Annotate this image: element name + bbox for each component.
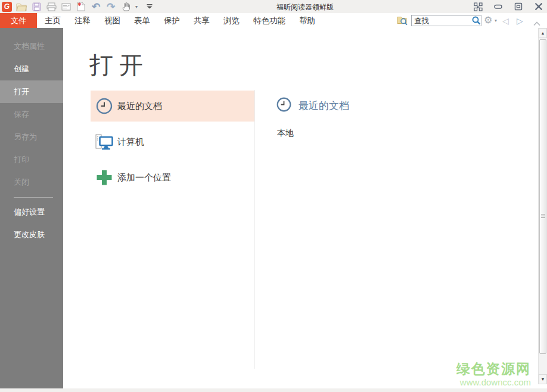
ribbon-tabbar: 文件 主页 注释 视图 表单 保护 共享 浏览 特色功能 帮助 ⚙ ▾ ◁ ▷ <box>0 13 547 29</box>
folder-search-icon[interactable] <box>397 15 408 28</box>
tab-form[interactable]: 表单 <box>134 13 150 28</box>
redo-icon[interactable]: ↷ <box>105 1 116 12</box>
option-label: 计算机 <box>117 136 144 148</box>
computer-icon <box>95 132 114 151</box>
sidebar-item-close: 关闭 <box>0 171 63 194</box>
search-input[interactable] <box>411 15 481 26</box>
gear-icon[interactable]: ⚙ <box>484 14 492 26</box>
svg-text:✱: ✱ <box>77 2 82 7</box>
fullscreen-icon[interactable] <box>473 2 483 11</box>
watermark-site-name: 绿色资源网 <box>456 362 531 376</box>
vertical-scrollbar[interactable]: ▲ ▼ <box>538 28 547 384</box>
nav-forward-icon[interactable]: ▷ <box>517 15 523 27</box>
customize-toolbar-icon[interactable] <box>144 1 155 12</box>
panel-header: 最近的文档 <box>276 97 349 115</box>
open-page: 打开 最近的文档 计算机 添加一个位置 最近的文档 <box>63 28 538 388</box>
option-recent-documents[interactable]: 最近的文档 <box>91 91 255 122</box>
scroll-down-icon[interactable]: ▼ <box>539 374 547 384</box>
window-bottom-border <box>0 388 547 392</box>
tab-view[interactable]: 视图 <box>104 13 120 28</box>
watermark: 绿色资源网 www.downcc.com <box>456 362 531 387</box>
scrollbar-thumb[interactable] <box>539 39 546 354</box>
sidebar-item-change-skin[interactable]: 更改皮肤 <box>0 223 63 246</box>
clock-icon <box>276 97 292 115</box>
maximize-icon[interactable] <box>514 2 523 11</box>
foxit-logo-icon[interactable]: G <box>2 2 12 12</box>
gear-dropdown-icon[interactable]: ▾ <box>495 18 497 23</box>
hand-tool-dropdown-icon[interactable]: ▾ <box>135 4 140 10</box>
watermark-site-url: www.downcc.com <box>456 378 531 387</box>
window-title: 福昕阅读器领鲜版 <box>276 2 334 13</box>
titlebar: G ✱ ↶ ↷ ▾ 福昕阅读器领鲜版 <box>0 0 547 13</box>
hand-tool-icon[interactable] <box>120 1 131 12</box>
scrollbar-grip <box>541 214 545 219</box>
sidebar-item-save: 保存 <box>0 103 63 126</box>
window-controls <box>473 2 543 11</box>
tab-file[interactable]: 文件 <box>0 13 37 28</box>
recent-location-local[interactable]: 本地 <box>277 128 349 139</box>
close-icon[interactable] <box>534 2 543 11</box>
clock-icon <box>95 97 114 116</box>
search-icon[interactable] <box>472 16 481 27</box>
sidebar-item-preferences[interactable]: 偏好设置 <box>0 201 63 223</box>
open-folder-icon[interactable] <box>16 1 27 12</box>
tab-share[interactable]: 共享 <box>194 13 210 28</box>
file-menu-sidebar: 文档属性 创建 打开 保存 另存为 打印 关闭 偏好设置 更改皮肤 <box>0 28 63 388</box>
tab-features[interactable]: 特色功能 <box>253 13 285 28</box>
option-label: 添加一个位置 <box>117 172 171 183</box>
new-document-icon[interactable]: ✱ <box>76 1 86 12</box>
vertical-divider <box>254 90 255 369</box>
tab-comment[interactable]: 注释 <box>74 13 91 28</box>
plus-icon <box>95 168 114 187</box>
email-icon[interactable] <box>61 1 72 12</box>
ribbon-tabs: 主页 注释 视图 表单 保护 共享 浏览 特色功能 帮助 <box>45 13 315 28</box>
scroll-up-icon[interactable]: ▲ <box>539 28 547 38</box>
option-computer[interactable]: 计算机 <box>91 126 255 157</box>
minimize-icon[interactable] <box>493 2 503 11</box>
print-icon[interactable] <box>46 1 57 12</box>
page-title: 打开 <box>89 49 149 82</box>
sidebar-item-print: 打印 <box>0 148 63 171</box>
save-icon[interactable] <box>31 1 42 12</box>
open-options-list: 最近的文档 计算机 添加一个位置 <box>91 91 255 198</box>
sidebar-divider <box>14 197 53 198</box>
nav-back-icon[interactable]: ◁ <box>502 15 509 27</box>
sidebar-item-document-properties: 文档属性 <box>0 35 63 58</box>
sidebar-item-open[interactable]: 打开 <box>0 80 63 103</box>
tab-home[interactable]: 主页 <box>45 13 61 28</box>
recent-documents-panel: 最近的文档 本地 <box>276 97 349 139</box>
quick-access-toolbar: G ✱ ↶ ↷ ▾ <box>2 0 155 13</box>
undo-icon[interactable]: ↶ <box>91 1 101 12</box>
sidebar-item-create[interactable]: 创建 <box>0 58 63 80</box>
tab-protect[interactable]: 保护 <box>164 13 180 28</box>
option-add-a-place[interactable]: 添加一个位置 <box>91 162 255 193</box>
sidebar-item-save-as: 另存为 <box>0 126 63 148</box>
tab-help[interactable]: 帮助 <box>299 13 315 28</box>
tab-browse[interactable]: 浏览 <box>223 13 240 28</box>
panel-header-label: 最近的文档 <box>299 99 349 113</box>
collapse-ribbon-icon[interactable] <box>533 18 540 29</box>
option-label: 最近的文档 <box>117 101 162 112</box>
